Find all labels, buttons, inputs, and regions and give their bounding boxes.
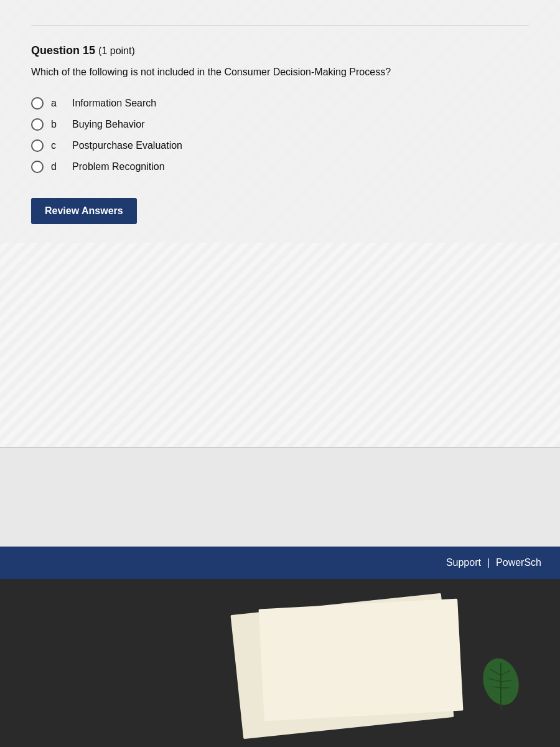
top-divider (31, 25, 529, 26)
option-letter-d: d (51, 161, 60, 172)
question-label: Question (31, 44, 83, 57)
radio-d[interactable] (31, 161, 44, 173)
dark-bottom-area (0, 579, 560, 747)
options-list: a Information Search b Buying Behavior c… (31, 97, 529, 173)
paper-decoration-front (259, 599, 464, 721)
question-container: Question 15 (1 point) Which of the follo… (0, 0, 560, 243)
question-header: Question 15 (1 point) (31, 44, 529, 57)
option-text-a: Information Search (72, 98, 156, 109)
footer-support-label[interactable]: Support (446, 557, 481, 568)
leaf-icon (479, 657, 523, 713)
footer-divider: | (487, 557, 490, 568)
radio-a[interactable] (31, 97, 44, 110)
option-item-b: b Buying Behavior (31, 118, 529, 131)
option-text-d: Problem Recognition (72, 161, 165, 172)
option-text-c: Postpurchase Evaluation (72, 140, 182, 151)
footer-brand-label: PowerSch (496, 557, 541, 568)
radio-c[interactable] (31, 139, 44, 152)
question-points: (1 point) (98, 45, 135, 56)
radio-b[interactable] (31, 118, 44, 131)
option-item-c: c Postpurchase Evaluation (31, 139, 529, 152)
review-answers-button[interactable]: Review Answers (31, 198, 137, 224)
option-text-b: Buying Behavior (72, 119, 145, 130)
option-item-a: a Information Search (31, 97, 529, 110)
question-number: 15 (83, 44, 95, 57)
option-letter-b: b (51, 119, 60, 130)
option-item-d: d Problem Recognition (31, 161, 529, 173)
question-text: Which of the following is not included i… (31, 65, 529, 80)
footer-bar: Support | PowerSch (0, 547, 560, 579)
option-letter-a: a (51, 98, 60, 109)
option-letter-c: c (51, 140, 60, 151)
main-content: Question 15 (1 point) Which of the follo… (0, 0, 560, 448)
